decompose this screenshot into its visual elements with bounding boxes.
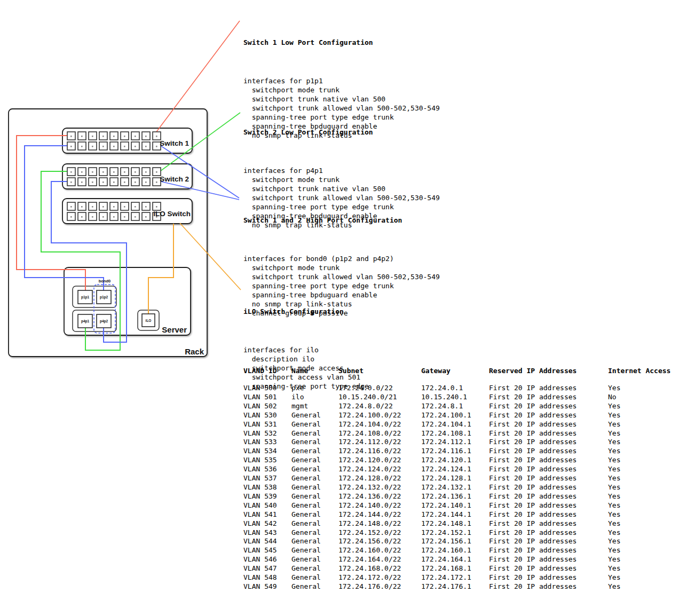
vlan-cell-gateway: 172.24.148.1 (421, 519, 489, 528)
vlan-cell-subnet: 172.24.0.0/22 (338, 384, 421, 393)
vlan-cell-id: VLAN 530 (243, 411, 291, 420)
vlan-row: VLAN 547 General 172.24.168.0/22 172.24.… (243, 564, 677, 573)
vlan-cell-reserved: First 20 IP addresses (489, 393, 608, 402)
config-line: switchport trunk native vlan 500 (243, 184, 440, 193)
vlan-row: VLAN 546 General 172.24.164.0/22 172.24.… (243, 555, 677, 564)
vlan-cell-reserved: First 20 IP addresses (489, 555, 608, 564)
vlan-cell-subnet: 172.24.100.0/22 (338, 411, 421, 420)
vlan-cell-subnet: 172.24.160.0/22 (338, 546, 421, 555)
vlan-cell-id: VLAN 532 (243, 429, 291, 438)
vlan-cell-subnet: 172.24.124.0/22 (338, 465, 421, 474)
vlan-cell-name: General (291, 411, 338, 420)
vlan-cell-internet: Yes (608, 510, 677, 519)
vlan-cell-internet: Yes (608, 537, 677, 546)
vlan-cell-gateway: 172.24.160.1 (421, 546, 489, 555)
vlan-cell-subnet: 172.24.132.0/22 (338, 483, 421, 492)
vlan-table: VLAND ID Name Subnet Gateway Reserved IP… (243, 366, 677, 591)
vlan-row: VLAN 540 General 172.24.140.0/22 172.24.… (243, 501, 677, 510)
vlan-cell-id: VLAN 502 (243, 402, 291, 411)
vlan-cell-gateway: 172.24.144.1 (421, 510, 489, 519)
vlan-row: VLAN 535 General 172.24.120.0/22 172.24.… (243, 456, 677, 465)
vlan-cell-gateway: 172.24.100.1 (421, 411, 489, 420)
vlan-cell-subnet: 172.24.120.0/22 (338, 456, 421, 465)
vlan-cell-name: General (291, 447, 338, 456)
config-title: Switch 1 Low Port Configuration (243, 38, 440, 47)
vlan-cell-internet: Yes (608, 564, 677, 573)
vlan-header-gateway: Gateway (421, 366, 489, 384)
vlan-cell-internet: Yes (608, 384, 677, 393)
vlan-cell-reserved: First 20 IP addresses (489, 420, 608, 429)
vlan-cell-internet: Yes (608, 429, 677, 438)
vlan-cell-subnet: 172.24.112.0/22 (338, 438, 421, 447)
vlan-cell-subnet: 172.24.156.0/22 (338, 537, 421, 546)
p1p2-label: p1p2 (100, 295, 108, 299)
vlan-cell-internet: Yes (608, 546, 677, 555)
switch2-label: Switch 2 (160, 175, 189, 183)
vlan-cell-name: General (291, 546, 338, 555)
config-title: iLO Switch Configuration (243, 307, 369, 316)
vlan-cell-id: VLAN 535 (243, 456, 291, 465)
vlan-cell-name: General (291, 582, 338, 591)
vlan-cell-subnet: 172.24.148.0/22 (338, 519, 421, 528)
vlan-cell-reserved: First 20 IP addresses (489, 483, 608, 492)
vlan-cell-gateway: 172.24.152.1 (421, 528, 489, 538)
vlan-cell-subnet: 172.24.116.0/22 (338, 447, 421, 456)
p1p1-label: p1p1 (81, 295, 90, 299)
vlan-cell-internet: Yes (608, 465, 677, 474)
vlan-cell-name: General (291, 501, 338, 510)
vlan-cell-name: pxe (291, 384, 338, 393)
vlan-cell-reserved: First 20 IP addresses (489, 456, 608, 465)
vlan-cell-id: VLAN 544 (243, 537, 291, 546)
vlan-cell-name: General (291, 429, 338, 438)
vlan-row: VLAN 542 General 172.24.148.0/22 172.24.… (243, 519, 677, 528)
vlan-cell-internet: Yes (608, 483, 677, 492)
ilo-switch-port-row-bottom (67, 212, 161, 220)
vlan-cell-name: General (291, 537, 338, 546)
vlan-cell-gateway: 172.24.0.1 (421, 384, 489, 393)
vlan-cell-subnet: 172.24.8.0/22 (338, 402, 421, 411)
config-line: switchport trunk allowed vlan 500-502,53… (243, 272, 440, 281)
config-line: switchport mode trunk (243, 175, 440, 184)
vlan-row: VLAN 537 General 172.24.128.0/22 172.24.… (243, 474, 677, 483)
vlan-header-reserved: Reserved IP Addresses (489, 366, 608, 384)
vlan-cell-reserved: First 20 IP addresses (489, 564, 608, 573)
vlan-cell-internet: Yes (608, 438, 677, 447)
vlan-cell-internet: Yes (608, 402, 677, 411)
config-line: switchport trunk native vlan 500 (243, 94, 440, 104)
vlan-cell-internet: Yes (608, 501, 677, 510)
vlan-cell-subnet: 10.15.240.0/21 (338, 393, 421, 402)
vlan-cell-internet: Yes (608, 555, 677, 564)
vlan-cell-id: VLAN 533 (243, 438, 291, 447)
vlan-row: VLAN 539 General 172.24.136.0/22 172.24.… (243, 492, 677, 501)
vlan-cell-gateway: 172.24.112.1 (421, 438, 489, 447)
vlan-cell-name: General (291, 456, 338, 465)
vlan-table-body: VLAN 500 pxe 172.24.0.0/22 172.24.0.1 Fi… (243, 384, 677, 591)
vlan-cell-reserved: First 20 IP addresses (489, 582, 608, 591)
vlan-cell-gateway: 172.24.156.1 (421, 537, 489, 546)
vlan-cell-name: General (291, 528, 338, 538)
vlan-row: VLAN 538 General 172.24.132.0/22 172.24.… (243, 483, 677, 492)
vlan-cell-reserved: First 20 IP addresses (489, 501, 608, 510)
vlan-cell-id: VLAN 549 (243, 582, 291, 591)
rack-label: Rack (185, 347, 204, 356)
vlan-cell-id: VLAN 548 (243, 573, 291, 582)
vlan-cell-id: VLAN 542 (243, 519, 291, 528)
p4p1-label: p4p1 (81, 319, 90, 323)
vlan-cell-id: VLAN 547 (243, 564, 291, 573)
ilo-switch-port-row-top (67, 202, 161, 210)
vlan-cell-gateway: 172.24.8.1 (421, 402, 489, 411)
vlan-row: VLAN 549 General 172.24.176.0/22 172.24.… (243, 582, 677, 591)
vlan-cell-reserved: First 20 IP addresses (489, 465, 608, 474)
vlan-cell-name: General (291, 438, 338, 447)
vlan-cell-reserved: First 20 IP addresses (489, 546, 608, 555)
vlan-cell-reserved: First 20 IP addresses (489, 474, 608, 483)
config-title: Switch 1 and 2 High Port Configuration (243, 216, 440, 225)
vlan-cell-id: VLAN 539 (243, 492, 291, 501)
vlan-cell-subnet: 172.24.108.0/22 (338, 429, 421, 438)
vlan-cell-subnet: 172.24.152.0/22 (338, 528, 421, 538)
vlan-cell-reserved: First 20 IP addresses (489, 447, 608, 456)
vlan-row: VLAN 536 General 172.24.124.0/22 172.24.… (243, 465, 677, 474)
vlan-cell-name: mgmt (291, 402, 338, 411)
vlan-header-subnet: Subnet (338, 366, 421, 384)
vlan-cell-internet: Yes (608, 411, 677, 420)
